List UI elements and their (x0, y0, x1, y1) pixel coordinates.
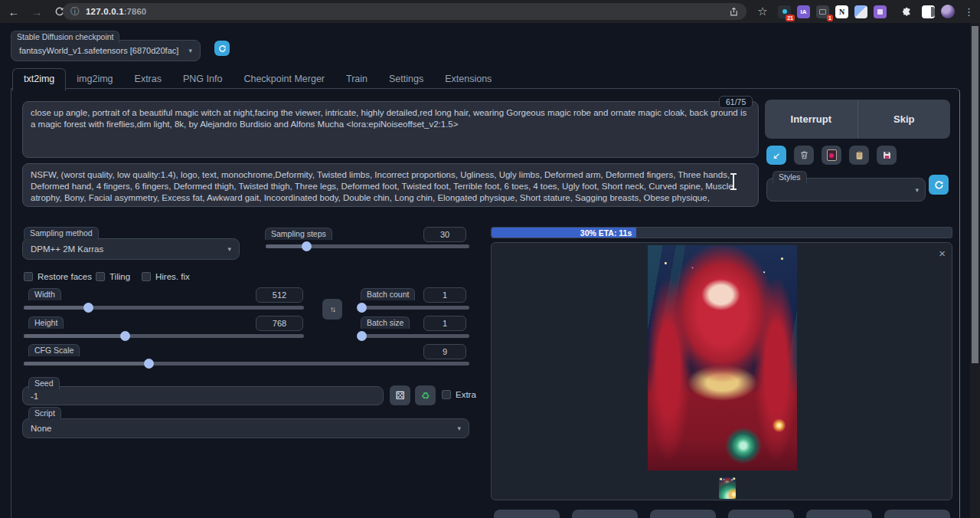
random-seed-button[interactable]: ⚄ (390, 385, 410, 405)
interrupt-button[interactable]: Interrupt (765, 100, 858, 139)
checkpoint-refresh-button[interactable] (214, 41, 230, 56)
bookmark-star-icon[interactable]: ☆ (753, 2, 772, 21)
ext-window-icon[interactable] (854, 5, 867, 18)
seed-extra-option[interactable]: Extra (442, 390, 476, 399)
batch-count-slider[interactable] (359, 306, 469, 310)
negative-prompt-input[interactable]: NSFW, (worst quality, low quality:1.4), … (22, 163, 759, 207)
width-slider[interactable] (24, 306, 304, 310)
tab-png-info[interactable]: PNG Info (172, 69, 233, 90)
page-scrollbar[interactable] (970, 23, 980, 518)
restore-faces-checkbox[interactable] (24, 272, 33, 281)
ext-sidepanel-icon[interactable] (922, 5, 935, 18)
batch-size-input[interactable]: 1 (423, 316, 466, 331)
ext-capture-icon[interactable]: 1 (816, 5, 829, 18)
address-bar[interactable]: ⓘ 127.0.0.1 :7860 (63, 3, 746, 20)
checkpoint-dropdown[interactable]: fantasyWorld_v1.safetensors [6870d20fac]… (11, 40, 201, 61)
cfg-scale-slider[interactable] (24, 362, 469, 366)
extensions-puzzle-icon[interactable] (897, 2, 916, 21)
sampling-steps-label: Sampling steps (265, 228, 332, 240)
clipboard-icon (854, 150, 864, 161)
ext-timer-icon[interactable]: 21 (778, 5, 791, 18)
floppy-save-icon (882, 150, 892, 160)
tab-img2img[interactable]: img2img (66, 69, 123, 90)
hires-fix-option[interactable]: Hires. fix (142, 272, 190, 281)
profile-avatar[interactable] (941, 5, 955, 18)
output-action-button-5[interactable] (806, 510, 872, 518)
restore-faces-option[interactable]: Restore faces (24, 272, 92, 281)
site-info-icon[interactable]: ⓘ (70, 5, 80, 18)
prompt-input[interactable]: close up angle, portrait of a beautiful … (22, 101, 759, 158)
cfg-scale-input[interactable]: 9 (423, 344, 466, 359)
checkpoint-value: fantasyWorld_v1.safetensors [6870d20fac] (19, 46, 178, 55)
output-action-button-2[interactable] (572, 510, 638, 518)
sampling-method-dropdown[interactable]: DPM++ 2M Karras ▾ (22, 238, 240, 260)
main-tabs: txt2img img2img Extras PNG Info Checkpoi… (12, 68, 502, 90)
seed-extra-label: Extra (456, 390, 476, 399)
reuse-seed-button[interactable]: ♻ (415, 385, 436, 405)
output-action-button-4[interactable] (728, 510, 794, 518)
slider-handle[interactable] (120, 331, 130, 341)
tab-checkpoint-merger[interactable]: Checkpoint Merger (233, 69, 335, 90)
slider-handle[interactable] (144, 359, 154, 369)
sampling-method-value: DPM++ 2M Karras (31, 244, 103, 254)
scrollbar-thumb[interactable] (972, 26, 978, 363)
seed-extra-checkbox[interactable] (442, 390, 451, 399)
slider-handle[interactable] (357, 303, 367, 313)
sampling-steps-slider[interactable] (266, 244, 469, 248)
output-action-button-6[interactable] (884, 510, 950, 518)
browser-back-icon[interactable]: ← (5, 2, 23, 21)
swap-dimensions-button[interactable]: ↑↓ (322, 299, 342, 320)
chevron-down-icon: ▾ (915, 186, 919, 194)
output-action-button-3[interactable] (650, 510, 716, 518)
trash-icon (799, 150, 809, 160)
tiling-label: Tiling (109, 272, 130, 281)
save-style-button[interactable] (877, 146, 897, 165)
script-dropdown[interactable]: None ▾ (22, 418, 469, 438)
hires-fix-checkbox[interactable] (142, 272, 151, 281)
ext-office-icon[interactable] (874, 5, 887, 18)
slider-handle[interactable] (83, 303, 93, 313)
read-params-arrow-icon: ↙ (773, 150, 780, 161)
browser-forward-icon[interactable]: → (28, 2, 46, 21)
tiling-checkbox[interactable] (96, 272, 105, 281)
ext-ia-icon[interactable]: IA (797, 5, 810, 18)
apply-style-button[interactable] (849, 146, 869, 165)
width-input[interactable]: 512 (256, 287, 303, 303)
generation-controls: Interrupt Skip (765, 100, 950, 139)
tab-train[interactable]: Train (335, 69, 378, 90)
seed-input[interactable]: -1 (22, 386, 384, 405)
clear-prompt-button[interactable] (794, 146, 814, 165)
styles-label: Styles (773, 171, 807, 183)
read-params-button[interactable]: ↙ (766, 146, 786, 165)
gallery-thumbnail[interactable] (719, 477, 736, 499)
extra-networks-button[interactable] (822, 146, 841, 165)
share-icon[interactable] (724, 2, 743, 21)
batch-count-input[interactable]: 1 (423, 287, 466, 303)
ext-capture-frame (819, 9, 826, 15)
skip-button[interactable]: Skip (858, 100, 951, 139)
slider-handle[interactable] (302, 241, 312, 251)
batch-size-label: Batch size (361, 316, 410, 329)
close-icon[interactable]: × (939, 248, 946, 259)
txt2img-panel: 61/75 close up angle, portrait of a beau… (11, 88, 960, 518)
tab-txt2img[interactable]: txt2img (12, 68, 66, 91)
height-input[interactable]: 768 (256, 316, 303, 331)
browser-menu-icon[interactable]: ⋮ (961, 6, 977, 18)
tiling-option[interactable]: Tiling (96, 272, 130, 281)
progress-text: 30% ETA: 11s (580, 228, 632, 238)
batch-size-slider[interactable] (359, 334, 469, 338)
ext-notion-icon[interactable]: N (835, 5, 848, 18)
generated-image-preview[interactable] (648, 245, 797, 470)
height-slider[interactable] (24, 334, 304, 338)
output-gallery: × (491, 242, 952, 500)
output-actions (494, 510, 950, 518)
extra-networks-dot (829, 153, 834, 158)
sampling-steps-input[interactable]: 30 (423, 227, 466, 242)
tab-settings[interactable]: Settings (378, 69, 434, 90)
output-action-button-1[interactable] (494, 510, 560, 518)
tab-extensions[interactable]: Extensions (434, 69, 502, 90)
slider-handle[interactable] (357, 331, 367, 341)
seed-value: -1 (31, 392, 38, 401)
styles-refresh-button[interactable] (929, 175, 949, 195)
tab-extras[interactable]: Extras (124, 69, 172, 90)
